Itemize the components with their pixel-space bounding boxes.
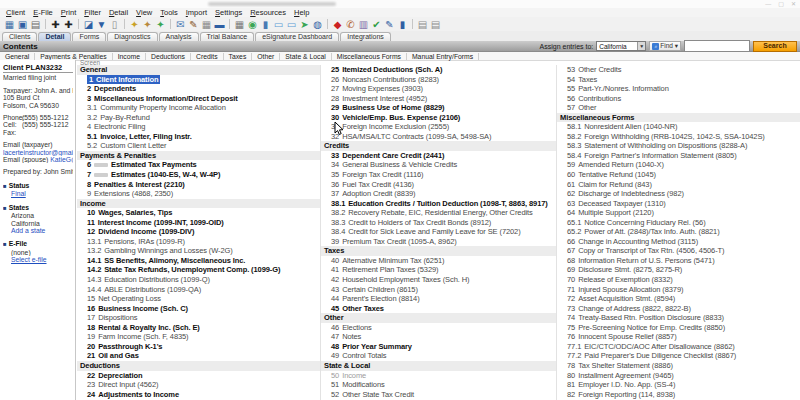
rep-tools-icon[interactable]: ✦: [128, 18, 141, 30]
screen-item-19[interactable]: 19Farm Income (Sch. F, 4835): [77, 332, 320, 342]
tab-diagnostics[interactable]: Diagnostics: [107, 32, 157, 41]
screen-item-76[interactable]: 76Innocent Spouse Relief (8857): [557, 332, 800, 342]
screen-item-3[interactable]: 3Miscellaneous Information/Direct Deposi…: [77, 94, 320, 104]
screen-item-58.2[interactable]: 58.2Foreign Withholding (RRB-1042S, 1042…: [557, 132, 800, 142]
screen-item-11[interactable]: 11Interest Income (1099-INT, 1099-OID): [77, 218, 320, 228]
rep-badge-icon[interactable]: ✦: [154, 18, 167, 30]
screen-item-72[interactable]: 72Asset Acquisition Stmt. (8594): [557, 294, 800, 304]
tab-analysis[interactable]: Analysis: [159, 32, 199, 41]
screen-item-51[interactable]: 51Modifications: [321, 380, 557, 390]
minimize-icon[interactable]: —: [765, 0, 771, 8]
maximize-icon[interactable]: ▢: [778, 0, 784, 8]
screen-item-33[interactable]: 33Dependent Care Credit (2441): [321, 151, 557, 161]
monitor-icon[interactable]: ▬: [213, 18, 226, 30]
menu-resources[interactable]: Resources: [246, 8, 290, 17]
screen-item-7[interactable]: 7Estimates (1040-ES, W-4, W-4P): [77, 170, 320, 180]
category-tab-miscellaneous-forms[interactable]: Miscellaneous Forms: [332, 53, 407, 60]
screen-item-32[interactable]: 32HSA/MSA/LTC Contracts (1099-SA, 5498-S…: [321, 132, 557, 142]
menu-import[interactable]: Import: [182, 8, 211, 17]
screen-item-9[interactable]: 9Extensions (4868, 2350): [77, 189, 320, 199]
screen-item-8[interactable]: 8Penalties & Interest (2210): [77, 180, 320, 190]
screen-item-13.1[interactable]: 13.1Pensions, IRAs (1099-R): [77, 237, 320, 247]
screen-item-14.1[interactable]: 14.1SS Benefits, Alimony, Miscellaneous …: [77, 256, 320, 266]
screen-item-82[interactable]: 82Foreign Reporting (114, 8938): [557, 390, 800, 400]
guide-icon[interactable]: ▥: [357, 18, 370, 30]
rep-print-icon[interactable]: ✦: [141, 18, 154, 30]
category-tab-payments-penalties[interactable]: Payments & Penalties: [35, 53, 113, 60]
screen-item-1[interactable]: 1Client Information: [77, 75, 320, 85]
copy-client-icon[interactable]: ✚: [62, 18, 75, 30]
screen-item-44[interactable]: 44Parent's Election (8814): [321, 294, 557, 304]
state-item[interactable]: Arizona: [3, 212, 73, 219]
screen-item-81[interactable]: 81Employer I.D. No. App. (SS-4): [557, 380, 800, 390]
screen-item-3.2[interactable]: 3.2Pay-By-Refund: [77, 113, 320, 123]
screen-item-39[interactable]: 39Premium Tax Credit (1095-A, 8962): [321, 237, 557, 247]
screen-item-38.1[interactable]: 38.1Education Credits / Tuition Deductio…: [321, 199, 557, 209]
screen-item-31[interactable]: 31Foreign Income Exclusion (2555): [321, 122, 557, 132]
screen-item-74[interactable]: 74Treaty-Based Rtn. Position Disclosure …: [557, 313, 800, 323]
letters-icon[interactable]: ✉: [174, 18, 187, 30]
goto-detail-icon[interactable]: ◪: [82, 18, 95, 30]
screen-item-70[interactable]: 70Release of Exemption (8332): [557, 275, 800, 285]
menu-help[interactable]: Help: [290, 8, 313, 17]
screen-item-47[interactable]: 47Notes: [321, 332, 557, 342]
screen-item-4[interactable]: 4Electronic Filing: [77, 122, 320, 132]
find-button[interactable]: ⌕ Find ▾: [649, 41, 681, 51]
screen-item-65.1[interactable]: 65.1Notice Concerning Fiduciary Rel. (56…: [557, 218, 800, 228]
screen-item-20[interactable]: 20Passthrough K-1's: [77, 342, 320, 352]
efile-status-icon[interactable]: ✔: [370, 18, 383, 30]
edit-letter-icon[interactable]: ✎: [187, 18, 200, 30]
category-tab-deductions[interactable]: Deductions: [146, 53, 191, 60]
screen-item-10[interactable]: 10Wages, Salaries, Tips: [77, 208, 320, 218]
screen-item-41[interactable]: 41Retirement Plan Taxes (5329): [321, 265, 557, 275]
table-icon[interactable]: ▦: [233, 18, 246, 30]
screen-item-28[interactable]: 28Investment Interest (4952): [321, 94, 557, 104]
category-tab-manual-entry-forms[interactable]: Manual Entry/Forms: [407, 53, 479, 60]
tab-detail[interactable]: Detail: [38, 32, 71, 41]
screen-item-69[interactable]: 69Disclosure Stmt. (8275, 8275-R): [557, 265, 800, 275]
menu-tools[interactable]: Tools: [156, 8, 182, 17]
tab-forms[interactable]: Forms: [72, 32, 106, 41]
screen-item-67[interactable]: 67Copy or Transcript of Tax Rtn. (4506, …: [557, 246, 800, 256]
client-id[interactable]: Client PLAN3232: [3, 64, 73, 73]
sign-icon[interactable]: ✎: [383, 18, 396, 30]
save-icon[interactable]: ▣: [16, 18, 29, 30]
search-button[interactable]: Search: [753, 41, 797, 52]
screen-item-13.2[interactable]: 13.2Gambling Winnings and Losses (W-2G): [77, 246, 320, 256]
globe-icon[interactable]: ◍: [311, 18, 324, 30]
screen-item-54[interactable]: 54Taxes: [557, 75, 800, 85]
folders-icon[interactable]: ▭: [285, 18, 298, 30]
screen-item-30[interactable]: 30Vehicle/Emp. Bus. Expense (2106): [321, 113, 557, 123]
client-list-icon[interactable]: ▦: [3, 18, 16, 30]
screen-item-77.2[interactable]: 77.2Paid Preparer's Due Diligence Checkl…: [557, 351, 800, 361]
flag-icon[interactable]: ▮: [396, 18, 409, 30]
screen-item-15[interactable]: 15Net Operating Loss: [77, 294, 320, 304]
send-file-icon[interactable]: ➤: [298, 18, 311, 30]
screen-item-5.2[interactable]: 5.2Custom Client Letter: [77, 141, 320, 151]
menu-settings[interactable]: Settings: [211, 8, 246, 17]
screen-item-23[interactable]: 23Direct Input (4562): [77, 380, 320, 390]
calendar-icon[interactable]: ▦: [200, 18, 213, 30]
select-efile-link[interactable]: Select e-file: [11, 256, 47, 263]
close-icon[interactable]: ✕: [791, 0, 796, 8]
screen-item-38.3[interactable]: 38.3Credit to Holders of Tax Credit Bond…: [321, 218, 557, 228]
screen-item-53[interactable]: 53Other Credits: [557, 65, 800, 75]
screen-item-38.4[interactable]: 38.4Credit for Sick Leave and Family Lea…: [321, 227, 557, 237]
screen-item-75[interactable]: 75Pre-Screening Notice for Emp. Credits …: [557, 323, 800, 333]
screen-item-36[interactable]: 36Fuel Tax Credit (4136): [321, 180, 557, 190]
screen-item-58.1[interactable]: 58.1Nonresident Alien (1040-NR): [557, 122, 800, 132]
screen-item-43[interactable]: 43Certain Children (8615): [321, 285, 557, 295]
category-tab-credits[interactable]: Credits: [191, 53, 224, 60]
status-final-link[interactable]: Final: [11, 190, 26, 197]
menu-filter[interactable]: Filter: [80, 8, 105, 17]
screen-item-60[interactable]: 60Tentative Refund (1045): [557, 170, 800, 180]
tab-esignature-dashboard[interactable]: eSignature Dashboard: [255, 32, 339, 41]
screen-item-35[interactable]: 35Foreign Tax Credit (1116): [321, 170, 557, 180]
screen-item-59[interactable]: 59Amended Return (1040-X): [557, 160, 800, 170]
analysis-chart-icon[interactable]: ▮: [259, 18, 272, 30]
screen-item-68[interactable]: 68Information Return of U.S. Persons (54…: [557, 256, 800, 266]
tab-trial-balance[interactable]: Trial Balance: [200, 32, 255, 41]
screen-item-50[interactable]: 50Income: [321, 371, 557, 381]
screen-item-45[interactable]: 45Other Taxes: [321, 304, 557, 314]
screen-item-17[interactable]: 17Dispositions: [77, 313, 320, 323]
